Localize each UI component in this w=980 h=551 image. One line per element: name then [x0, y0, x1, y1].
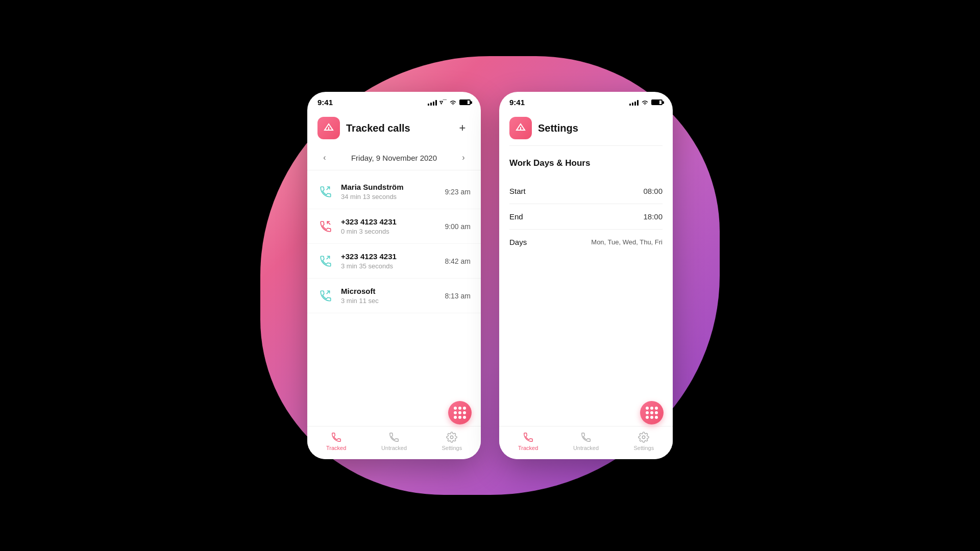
fab-dot [655, 416, 658, 419]
wifi-icon-1: ▿¯ [439, 98, 447, 106]
fab-dot [650, 407, 653, 410]
call-info-3: +323 4123 4231 3 min 35 seconds [341, 252, 437, 270]
call-info-4: Microsoft 3 min 11 sec [341, 287, 437, 305]
nav-settings-label-1: Settings [442, 445, 462, 451]
app-header-1: Tracked calls + [307, 111, 481, 145]
fab-dot [650, 411, 653, 414]
nav-untracked-2[interactable]: Untracked [557, 432, 615, 451]
call-icon-1 [317, 184, 334, 200]
fab-dot [463, 411, 466, 414]
settings-row-days[interactable]: Days Mon, Tue, Wed, Thu, Fri [509, 230, 663, 255]
nav-untracked-label-1: Untracked [381, 445, 407, 451]
call-duration-4: 3 min 11 sec [341, 297, 437, 305]
call-duration-3: 3 min 35 seconds [341, 262, 437, 270]
signal-icon-1 [428, 99, 437, 106]
call-time-1: 9:23 am [445, 188, 471, 196]
app-logo-2 [509, 117, 532, 139]
status-icons-2 [629, 99, 663, 106]
settings-label-days: Days [509, 238, 527, 246]
call-item-1[interactable]: Maria Sundström 34 min 13 seconds 9:23 a… [307, 174, 481, 209]
fab-button-2[interactable] [640, 401, 664, 424]
nav-tracked-2[interactable]: Tracked [499, 432, 557, 451]
fab-dot [454, 416, 457, 419]
settings-label-end: End [509, 212, 523, 221]
add-button-1[interactable]: + [454, 120, 471, 136]
nav-tracked-1[interactable]: Tracked [307, 432, 365, 451]
status-time-2: 9:41 [509, 98, 525, 107]
fab-dot [463, 416, 466, 419]
fab-dot [454, 407, 457, 410]
call-item-4[interactable]: Microsoft 3 min 11 sec 8:13 am [307, 279, 481, 313]
wifi-icon-svg-2 [641, 99, 649, 106]
settings-section-title-2: Work Days & Hours [509, 158, 663, 168]
fab-dots-1 [454, 407, 466, 419]
phone1-wrapper: 9:41 ▿¯ [307, 92, 481, 459]
wifi-icon-svg-1 [449, 99, 457, 106]
app-header-2: Settings [499, 111, 673, 145]
call-item-2[interactable]: +323 4123 4231 0 min 3 seconds 9:00 am [307, 209, 481, 244]
call-time-3: 8:42 am [445, 257, 471, 265]
fab-dot [655, 411, 658, 414]
call-list-1: Maria Sundström 34 min 13 seconds 9:23 a… [307, 170, 481, 426]
prev-date-button-1[interactable]: ‹ [317, 151, 332, 165]
fab-dot [458, 411, 461, 414]
call-name-3: +323 4123 4231 [341, 252, 437, 261]
bottom-nav-2: Tracked Untracked Settings [499, 426, 673, 459]
untracked-icon-1 [388, 432, 400, 443]
phone-missed-icon-2 [319, 220, 332, 233]
battery-icon-2 [651, 99, 663, 105]
svg-point-9 [643, 436, 646, 439]
next-date-button-1[interactable]: › [456, 151, 471, 165]
fab-dot [646, 411, 649, 414]
bottom-nav-1: Tracked Untracked Settings [307, 426, 481, 459]
nav-settings-2[interactable]: Settings [615, 432, 673, 451]
battery-icon-1 [459, 99, 471, 105]
status-icons-1: ▿¯ [428, 98, 471, 106]
phone-incoming-icon-4 [319, 289, 332, 303]
status-bar-1: 9:41 ▿¯ [307, 92, 481, 111]
settings-row-start[interactable]: Start 08:00 [509, 179, 663, 204]
fab-dot [646, 407, 649, 410]
call-icon-2 [317, 218, 334, 235]
settings-label-start: Start [509, 187, 526, 195]
call-duration-1: 34 min 13 seconds [341, 193, 437, 201]
settings-value-days: Mon, Tue, Wed, Thu, Fri [591, 238, 663, 246]
settings-value-start: 08:00 [643, 187, 663, 195]
date-label-1: Friday, 9 November 2020 [351, 154, 437, 162]
call-name-4: Microsoft [341, 287, 437, 295]
call-duration-2: 0 min 3 seconds [341, 228, 437, 235]
logo-icon-1 [323, 122, 335, 134]
fab-dot [646, 416, 649, 419]
nav-settings-1[interactable]: Settings [423, 432, 481, 451]
call-icon-3 [317, 253, 334, 269]
call-time-4: 8:13 am [445, 292, 471, 300]
logo-icon-2 [514, 122, 527, 134]
date-nav-1: ‹ Friday, 9 November 2020 › [307, 145, 481, 170]
call-name-1: Maria Sundström [341, 183, 437, 191]
phones-container: 9:41 ▿¯ [307, 92, 673, 459]
status-bar-2: 9:41 [499, 92, 673, 111]
call-info-2: +323 4123 4231 0 min 3 seconds [341, 217, 437, 235]
settings-icon-1 [446, 432, 457, 443]
settings-row-end[interactable]: End 18:00 [509, 204, 663, 230]
fab-dots-2 [646, 407, 658, 419]
tracked-icon-1 [331, 432, 342, 443]
fab-dot [650, 416, 653, 419]
untracked-icon-2 [580, 432, 592, 443]
fab-dot [458, 416, 461, 419]
fab-button-1[interactable] [448, 401, 472, 424]
page-title-2: Settings [538, 122, 663, 134]
fab-dot [655, 407, 658, 410]
call-time-2: 9:00 am [445, 222, 471, 231]
app-logo-1 [317, 117, 340, 139]
status-time-1: 9:41 [317, 98, 333, 107]
nav-untracked-1[interactable]: Untracked [365, 432, 423, 451]
call-item-3[interactable]: +323 4123 4231 3 min 35 seconds 8:42 am [307, 244, 481, 279]
call-info-1: Maria Sundström 34 min 13 seconds [341, 183, 437, 201]
page-title-1: Tracked calls [346, 122, 448, 134]
nav-tracked-label-2: Tracked [518, 445, 538, 451]
fab-dot [463, 407, 466, 410]
fab-dot [454, 411, 457, 414]
call-name-2: +323 4123 4231 [341, 217, 437, 226]
settings-value-end: 18:00 [643, 212, 663, 221]
